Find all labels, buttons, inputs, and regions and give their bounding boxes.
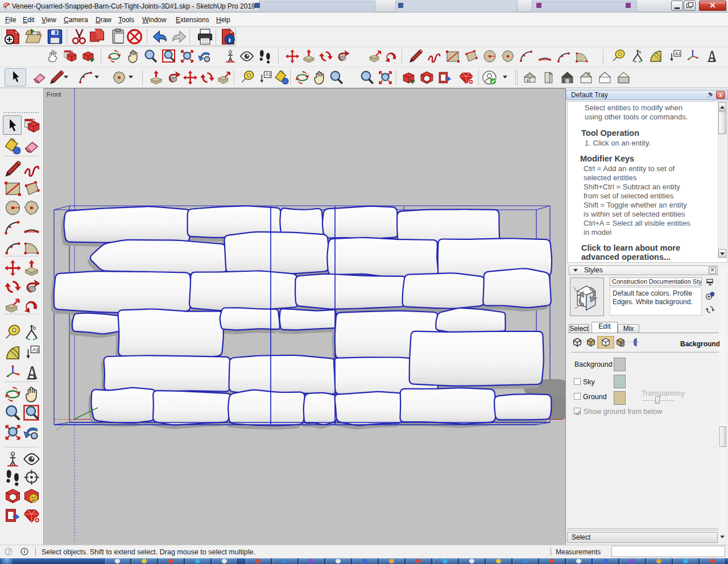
svg-text:A1: A1: [32, 346, 39, 353]
svg-text:A1: A1: [266, 72, 272, 77]
svg-text:A1: A1: [675, 51, 681, 56]
svg-text:b: b: [33, 325, 36, 331]
svg-text:b: b: [639, 49, 642, 55]
